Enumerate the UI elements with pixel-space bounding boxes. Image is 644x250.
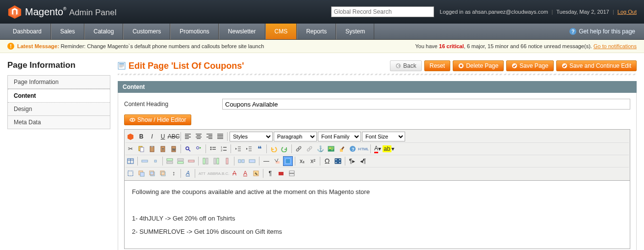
link-icon[interactable] [294, 144, 304, 154]
nav-system[interactable]: System [336, 24, 374, 39]
layer-icon[interactable] [136, 168, 146, 178]
layer-backward-icon[interactable] [158, 168, 168, 178]
replace-icon[interactable] [194, 144, 204, 154]
cell-props-icon[interactable] [151, 156, 160, 166]
ins-icon[interactable]: A [240, 168, 250, 178]
redo-icon[interactable] [280, 144, 289, 154]
attribs-icon[interactable]: ✎ [251, 168, 261, 178]
sidebar-item-design[interactable]: Design [8, 103, 110, 116]
col-delete-icon[interactable] [222, 156, 232, 166]
logo[interactable]: Magento® Admin Panel [7, 4, 116, 19]
col-before-icon[interactable] [201, 156, 210, 166]
save-page-button[interactable]: Save Page [506, 60, 554, 71]
reset-button[interactable]: Reset [424, 60, 450, 71]
help-toolbar-icon[interactable]: ? [348, 144, 358, 154]
svg-rect-53 [167, 159, 173, 161]
sidebar-item-content[interactable]: Content [8, 89, 110, 103]
align-right-icon[interactable] [205, 132, 214, 141]
text-color-icon[interactable]: A▾ [373, 144, 383, 154]
format-select[interactable]: Paragraph [274, 132, 317, 141]
row-before-icon[interactable] [165, 156, 175, 166]
merge-cells-icon[interactable] [247, 156, 257, 166]
content-heading-input[interactable] [222, 99, 630, 110]
subscript-icon[interactable]: x₂ [297, 156, 307, 166]
editor-body[interactable]: Following are the coupons available and … [124, 181, 630, 249]
paste-text-icon[interactable]: T [158, 144, 168, 154]
nav-sales[interactable]: Sales [51, 24, 84, 39]
paste-word-icon[interactable]: W [169, 144, 179, 154]
layer-forward-icon[interactable] [147, 168, 157, 178]
visual-aid-icon[interactable] [283, 156, 293, 166]
copy-icon[interactable] [136, 144, 146, 154]
font-family-select[interactable]: Font Family [318, 132, 361, 141]
indent-icon[interactable] [244, 144, 254, 154]
image-icon[interactable] [326, 144, 336, 154]
del-icon[interactable]: A [230, 168, 239, 178]
nav-catalog[interactable]: Catalog [84, 24, 123, 39]
back-button[interactable]: Back [390, 60, 422, 71]
strikethrough-icon[interactable]: ABC [169, 132, 179, 141]
number-list-icon[interactable]: 12 [219, 144, 229, 154]
nav-newsletter[interactable]: Newsletter [219, 24, 265, 39]
find-icon[interactable] [183, 144, 193, 154]
nbsp-icon[interactable] [276, 168, 286, 178]
bg-color-icon[interactable]: ab▾ [384, 144, 393, 154]
bold-icon[interactable]: B [136, 132, 146, 141]
align-justify-icon[interactable] [215, 132, 225, 141]
superscript-icon[interactable]: x² [308, 156, 318, 166]
row-props-icon[interactable] [140, 156, 150, 166]
logout-link[interactable]: Log Out [618, 9, 637, 15]
underline-icon[interactable]: U [158, 132, 168, 141]
nav-customers[interactable]: Customers [123, 24, 170, 39]
acronym-icon[interactable]: A.B.C. [219, 168, 229, 178]
svg-rect-62 [226, 158, 228, 164]
row-delete-icon[interactable] [186, 156, 196, 166]
align-left-icon[interactable] [183, 132, 193, 141]
italic-icon[interactable]: I [147, 132, 157, 141]
magento-widget-icon[interactable] [126, 132, 135, 141]
sidebar-item-meta-data[interactable]: Meta Data [8, 116, 110, 129]
undo-icon[interactable] [269, 144, 279, 154]
abbr-icon[interactable]: ABBR [208, 168, 218, 178]
absolute-icon[interactable]: ↕ [169, 168, 179, 178]
unlink-icon[interactable] [305, 144, 314, 154]
nav-promotions[interactable]: Promotions [170, 24, 219, 39]
cut-icon[interactable]: ✂ [126, 144, 135, 154]
cite-icon[interactable]: ATT [197, 168, 207, 178]
help-link[interactable]: ? Get help for this page [569, 24, 640, 39]
pagebreak-icon[interactable] [287, 168, 297, 178]
sidebar-item-page-information[interactable]: Page Information [8, 76, 110, 89]
media-icon[interactable] [333, 156, 343, 166]
style-props-icon[interactable]: A [183, 168, 193, 178]
hr-icon[interactable]: — [261, 156, 271, 166]
cleanup-icon[interactable] [337, 144, 347, 154]
toggle-editor-button[interactable]: Show / Hide Editor [124, 114, 191, 125]
remove-format-icon[interactable] [272, 156, 282, 166]
delete-page-button[interactable]: Delete Page [453, 60, 504, 71]
bullet-list-icon[interactable] [208, 144, 218, 154]
fullscreen-icon[interactable] [126, 168, 135, 178]
split-cells-icon[interactable] [236, 156, 246, 166]
table-icon[interactable] [126, 156, 135, 166]
latest-label: Latest Message: [17, 43, 59, 49]
nav-cms[interactable]: CMS [265, 24, 297, 39]
visualchars-icon[interactable]: ¶ [265, 168, 275, 178]
global-search-input[interactable] [331, 6, 434, 17]
col-after-icon[interactable] [211, 156, 221, 166]
styles-select[interactable]: Styles [230, 132, 273, 141]
anchor-icon[interactable]: ⚓ [315, 144, 325, 154]
nav-dashboard[interactable]: Dashboard [4, 24, 51, 39]
font-size-select[interactable]: Font Size [362, 132, 405, 141]
row-after-icon[interactable] [176, 156, 185, 166]
blockquote-icon[interactable]: ❝ [255, 144, 264, 154]
notifications-link[interactable]: Go to notifications [593, 43, 637, 49]
rtl-icon[interactable]: ◂¶ [358, 156, 368, 166]
save-continue-button[interactable]: Save and Continue Edit [556, 60, 637, 71]
outdent-icon[interactable] [233, 144, 243, 154]
html-icon[interactable]: HTML [359, 144, 368, 154]
paste-icon[interactable] [147, 144, 157, 154]
nav-reports[interactable]: Reports [297, 24, 336, 39]
special-char-icon[interactable]: Ω [322, 156, 332, 166]
align-center-icon[interactable] [194, 132, 204, 141]
ltr-icon[interactable]: ¶▸ [347, 156, 357, 166]
